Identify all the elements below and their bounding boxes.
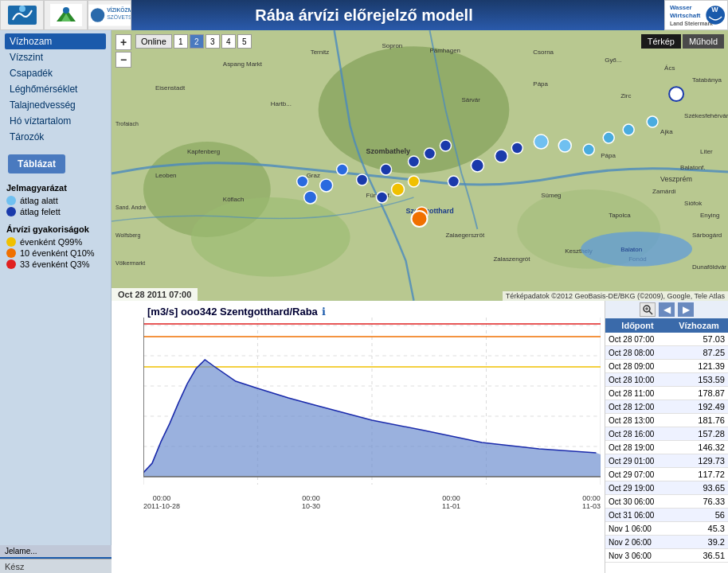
table-row[interactable]: Oct 28 10:00153.59 [605,373,728,387]
sidebar-item-vizhozam[interactable]: Vízhozam [5,33,106,49]
svg-text:Hartb...: Hartb... [271,100,292,107]
col-value-header: Vízhozam [670,318,728,333]
table-row[interactable]: Oct 28 09:00121.39 [605,360,728,373]
svg-text:Balatonf.: Balatonf. [680,164,705,171]
flood-item-q99: évenként Q99% [6,237,104,247]
svg-point-56 [381,164,392,175]
svg-text:Wasser: Wasser [670,4,692,11]
table-cell-time: Oct 29 01:00 [605,454,670,468]
map-svg: Eisenstadt Aspang Markt Kapfenberg Hartb… [112,30,728,301]
flood-section: Árvízi gyakoriságok évenként Q99% 10 éve… [0,221,111,274]
svg-text:Graz: Graz [307,172,320,179]
table-cell-value: 93.65 [670,481,728,495]
table-row[interactable]: Oct 28 07:0057.03 [605,333,728,346]
table-button[interactable]: Táblázat [8,154,65,173]
table-cell-time: Nov 1 06:00 [605,522,670,536]
sidebar: Vízhozam Vízszint Csapadék Léghőmérsékle… [0,30,112,573]
svg-text:Sümeg: Sümeg [541,192,561,199]
table-cell-time: Oct 28 08:00 [605,346,670,360]
svg-text:Sárbogárd: Sárbogárd [692,232,722,239]
sidebar-item-vizszint[interactable]: Vízszint [5,49,106,65]
x-time-3: 00:00 [442,494,460,502]
table-cell-value: 45.3 [670,522,728,536]
map-btn-1[interactable]: 1 [174,34,188,49]
table-row[interactable]: Oct 28 19:00146.32 [605,441,728,454]
table-row[interactable]: Oct 31 06:0056 [605,509,728,522]
svg-point-55 [669,87,683,101]
svg-point-46 [471,159,483,172]
svg-point-53 [623,124,634,135]
svg-text:Pápa: Pápa [533,80,548,88]
flood-dot-q10 [6,248,16,258]
svg-text:Székesfehérvár: Székesfehérvár [684,112,728,119]
sidebar-item-csapadek[interactable]: Csapadék [5,65,106,81]
table-row[interactable]: Oct 30 06:0076.33 [605,495,728,509]
svg-point-17 [191,197,350,277]
sidebar-item-talaj[interactable]: Talajnedvesség [5,97,106,113]
svg-text:Tatabánya: Tatabánya [692,76,722,84]
map-area[interactable]: Eisenstadt Aspang Markt Kapfenberg Hartb… [112,30,728,301]
map-zoom-in[interactable]: + [115,34,131,50]
legend-item-above: átlag felett [6,207,104,216]
table-row[interactable]: Oct 28 12:00192.49 [605,400,728,414]
map-btn-3[interactable]: 3 [205,34,220,49]
table-row[interactable]: Oct 28 13:00181.76 [605,414,728,427]
svg-text:Dunaföldvár: Dunaföldvár [692,263,726,271]
map-view-terkep[interactable]: Térkép [641,34,681,49]
map-toolbar: + − [115,34,131,68]
chart-info-icon[interactable]: ℹ [322,306,326,318]
table-prev-btn[interactable]: ◀ [659,302,675,317]
map-btn-5[interactable]: 5 [237,34,252,49]
table-row[interactable]: Oct 29 01:00129.73 [605,454,728,468]
table-row[interactable]: Nov 2 06:0039.2 [605,536,728,549]
table-cell-time: Oct 28 19:00 [605,441,670,454]
table-cell-time: Nov 2 06:00 [605,536,670,549]
table-row[interactable]: Oct 28 11:00178.87 [605,387,728,400]
sidebar-item-legho[interactable]: Léghőmérséklet [5,81,106,97]
table-row[interactable]: Oct 28 16:00157.28 [605,427,728,441]
svg-point-48 [511,142,523,154]
table-cell-time: Oct 28 07:00 [605,333,670,346]
sidebar-item-tarozok[interactable]: Tározók [5,129,106,145]
svg-text:Ternitz: Ternitz [311,49,329,56]
svg-line-112 [649,311,652,314]
map-online-btn[interactable]: Online [135,34,172,49]
svg-point-59 [392,183,405,196]
table-row[interactable]: Oct 29 07:00117.72 [605,468,728,481]
legend-item-below: átlag alatt [6,196,104,205]
svg-point-60 [409,176,420,187]
chart-section: [m3/s] ooo342 Szentgotthard/Raba ℹ [112,301,605,573]
table-nav: ◀ ▶ [605,301,728,318]
table-row[interactable]: Oct 29 19:0093.65 [605,481,728,495]
svg-text:Köflach: Köflach [223,196,245,203]
map-view-muhold[interactable]: Műhold [683,34,724,49]
map-btn-4[interactable]: 4 [221,34,236,49]
svg-text:VÍZIKÖZMŰ: VÍZIKÖZMŰ [107,6,131,13]
svg-text:Aspang Markt: Aspang Markt [223,60,263,68]
table-cell-time: Nov 3 06:00 [605,549,670,563]
flood-label-q10: 10 évenként Q10% [20,248,95,258]
app-header: VÍZIKÖZMŰ SZÖVETSÉG Rába árvízi előrejel… [0,0,728,30]
table-cell-value: 36.51 [670,549,728,563]
table-cell-value: 178.87 [670,387,728,400]
chart-svg: 0 50 100 150 200 250 [143,318,601,493]
data-table-container: ◀ ▶ Időpont Vízhozam Oct 28 07:0057.03Oc… [605,301,728,573]
map-btn-2[interactable]: 2 [190,34,204,49]
table-cell-time: Oct 28 13:00 [605,414,670,427]
map-top-bar: Online 1 2 3 4 5 [135,34,252,49]
map-zoom-out[interactable]: − [115,52,131,68]
svg-text:Land Steiermark: Land Steiermark [670,21,713,26]
legend-section: Jelmagyarázat átlag alatt átlag felett [0,180,111,221]
sidebar-item-ho[interactable]: Hó víztartalom [5,113,106,129]
svg-point-66 [424,148,435,159]
svg-text:Zamárdi: Zamárdi [652,188,675,195]
table-row[interactable]: Nov 3 06:0036.51 [605,549,728,563]
map-timestamp: Oct 28 2011 07:00 [112,288,198,301]
table-zoom-btn[interactable] [640,302,656,317]
table-cell-time: Oct 28 10:00 [605,373,670,387]
table-next-btn[interactable]: ▶ [678,302,694,317]
svg-text:Zalaszengrót: Zalaszengrót [493,255,530,263]
table-row[interactable]: Oct 28 08:0087.25 [605,346,728,360]
table-row[interactable]: Nov 1 06:0045.3 [605,522,728,536]
svg-text:Liter: Liter [700,148,713,155]
